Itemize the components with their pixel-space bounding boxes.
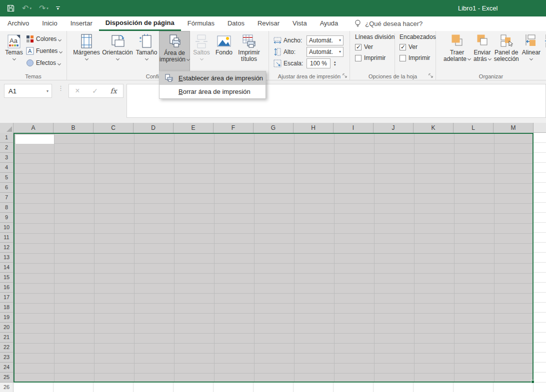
- save-icon[interactable]: [7, 4, 14, 12]
- encabezados-imprimir-checkbox-row[interactable]: Imprimir: [400, 54, 436, 61]
- checkbox-icon[interactable]: [355, 44, 362, 50]
- efectos-button[interactable]: Efectos: [26, 58, 62, 67]
- group-temas: Aa Temas Colores A Fuentes: [0, 31, 67, 80]
- tab-ayuda[interactable]: Ayuda: [314, 16, 345, 31]
- chevron-down-icon: [84, 57, 88, 60]
- tab-formulas[interactable]: Fórmulas: [181, 16, 221, 31]
- row-header[interactable]: 9: [0, 213, 14, 223]
- area-de-impresion-button[interactable]: Área de impresión: [159, 31, 190, 75]
- row-header[interactable]: 21: [0, 333, 14, 343]
- imprimir-titulos-button[interactable]: Imprimir títulos: [235, 31, 263, 75]
- row-header[interactable]: 16: [0, 283, 14, 293]
- column-header[interactable]: K: [414, 123, 454, 133]
- agrupar-button-cut[interactable]: Ag: [542, 31, 546, 75]
- selected-range[interactable]: [14, 133, 534, 383]
- column-header[interactable]: J: [374, 123, 414, 133]
- row-header[interactable]: 5: [0, 173, 14, 183]
- resize-dots-icon[interactable]: ⋮: [58, 84, 64, 92]
- dialog-launcher-icon[interactable]: [428, 73, 434, 78]
- escala-input[interactable]: 100 %: [306, 58, 330, 68]
- row-header[interactable]: 22: [0, 343, 14, 353]
- customize-qat-icon[interactable]: ▾: [56, 6, 60, 10]
- column-header[interactable]: A: [14, 123, 54, 133]
- row-header[interactable]: 3: [0, 153, 14, 163]
- alto-select[interactable]: Automát. ▾: [306, 47, 344, 57]
- column-header[interactable]: C: [94, 123, 134, 133]
- fill-handle[interactable]: [531, 380, 534, 384]
- alto-label: Alto:: [284, 48, 304, 55]
- row-header[interactable]: 18: [0, 303, 14, 313]
- tab-vista[interactable]: Vista: [286, 16, 314, 31]
- select-all-corner[interactable]: [0, 123, 14, 133]
- group-label-organizar: Organizar: [436, 73, 546, 79]
- tab-datos[interactable]: Datos: [221, 16, 251, 31]
- row-header[interactable]: 1: [0, 133, 14, 143]
- row-header[interactable]: 13: [0, 253, 14, 263]
- escala-spinner[interactable]: ▴▾: [334, 60, 336, 66]
- tab-insertar[interactable]: Insertar: [64, 16, 99, 31]
- fondo-button[interactable]: Fondo: [213, 31, 235, 75]
- column-header[interactable]: I: [334, 123, 374, 133]
- checkbox-icon[interactable]: [400, 44, 406, 50]
- margenes-button[interactable]: Márgenes: [72, 31, 101, 75]
- checkbox-icon[interactable]: [400, 55, 406, 61]
- lineas-ver-checkbox-row[interactable]: Ver: [355, 43, 394, 50]
- encabezados-ver-checkbox-row[interactable]: Ver: [400, 43, 436, 50]
- tab-disposicion-de-pagina[interactable]: Disposición de página: [99, 16, 181, 31]
- column-header[interactable]: D: [134, 123, 174, 133]
- lineas-imprimir-checkbox-row[interactable]: Imprimir: [355, 54, 394, 61]
- column-header[interactable]: E: [174, 123, 214, 133]
- chevron-down-icon: ▾: [339, 38, 341, 42]
- tamano-button[interactable]: Tamaño: [134, 31, 159, 75]
- row-header[interactable]: 20: [0, 323, 14, 333]
- insert-function-icon[interactable]: fx: [110, 87, 117, 95]
- row-header[interactable]: 14: [0, 263, 14, 273]
- ribbon: Aa Temas Colores A Fuentes: [0, 31, 546, 80]
- row-header[interactable]: 7: [0, 193, 14, 203]
- column-header[interactable]: G: [254, 123, 294, 133]
- column-header[interactable]: F: [214, 123, 254, 133]
- row-header[interactable]: 12: [0, 243, 14, 253]
- tell-me-box[interactable]: ¿Qué desea hacer?: [354, 16, 422, 31]
- fuentes-button[interactable]: A Fuentes: [26, 46, 62, 55]
- name-box[interactable]: A1 ▾: [4, 84, 52, 98]
- tab-revisar[interactable]: Revisar: [251, 16, 286, 31]
- row-header[interactable]: 26: [0, 383, 14, 392]
- traer-adelante-button[interactable]: Traer adelante: [442, 31, 472, 75]
- checkbox-icon[interactable]: [355, 55, 362, 61]
- panel-de-seleccion-button[interactable]: Panel de selección: [492, 31, 520, 75]
- cancel-icon[interactable]: ×: [75, 86, 80, 95]
- enviar-atras-button[interactable]: Enviar atrás: [472, 31, 492, 75]
- ancho-select[interactable]: Automát. ▾: [306, 35, 344, 45]
- row-header[interactable]: 19: [0, 313, 14, 323]
- row-header[interactable]: 4: [0, 163, 14, 173]
- row-header[interactable]: 11: [0, 233, 14, 243]
- row-header[interactable]: 23: [0, 353, 14, 363]
- row-header[interactable]: 15: [0, 273, 14, 283]
- column-header[interactable]: B: [54, 123, 94, 133]
- colores-button[interactable]: Colores: [26, 34, 62, 43]
- column-header[interactable]: H: [294, 123, 334, 133]
- tab-archivo[interactable]: Archivo: [1, 16, 36, 31]
- row-header[interactable]: 6: [0, 183, 14, 193]
- row-header[interactable]: 25: [0, 373, 14, 383]
- row-header[interactable]: 24: [0, 363, 14, 373]
- menu-item-borrar-area[interactable]: Borrar área de impresión: [160, 85, 266, 98]
- active-cell-A1[interactable]: [16, 135, 54, 144]
- dialog-launcher-icon[interactable]: [342, 73, 348, 78]
- enter-icon[interactable]: ✓: [92, 87, 98, 95]
- alinear-button[interactable]: Alinear: [520, 31, 542, 75]
- menu-item-establecer-area[interactable]: Establecer área de impresión: [160, 71, 266, 85]
- column-header[interactable]: M: [494, 123, 534, 133]
- tab-inicio[interactable]: Inicio: [36, 16, 64, 31]
- row-header[interactable]: 17: [0, 293, 14, 303]
- row-header[interactable]: 8: [0, 203, 14, 213]
- temas-button[interactable]: Aa Temas: [3, 31, 25, 75]
- row-header[interactable]: 10: [0, 223, 14, 233]
- row-header[interactable]: 2: [0, 143, 14, 153]
- chevron-down-icon[interactable]: ▾: [46, 89, 48, 93]
- chevron-down-icon: [58, 61, 61, 65]
- orientacion-button[interactable]: Orientación: [101, 31, 134, 75]
- column-header[interactable]: L: [454, 123, 494, 133]
- agrupar-icon: [544, 33, 546, 49]
